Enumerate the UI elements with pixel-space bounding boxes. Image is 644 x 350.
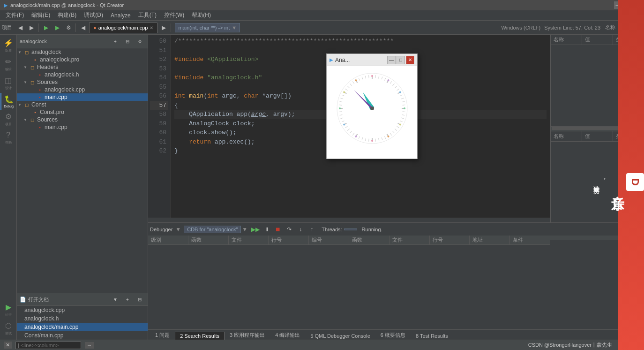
right-value-col: 值 — [582, 35, 614, 45]
line-56: 56 — [150, 91, 168, 101]
run-button[interactable]: ▶ — [41, 23, 51, 33]
col-level: 级别 — [148, 236, 188, 244]
tree-const-pro[interactable]: ▪ Const.pro — [17, 108, 148, 116]
line-54: 54 — [150, 73, 168, 83]
sidebar-item-project[interactable]: ⚙ 项目 — [0, 110, 16, 129]
threads-dropdown[interactable] — [344, 228, 357, 230]
menu-debug[interactable]: 调试(D) — [80, 10, 107, 20]
line-numbers: 50 51 52 53 54 55 56 57 58 59 60 61 — [148, 35, 171, 218]
tab-app-output[interactable]: 3 应用程序输出 — [225, 330, 270, 340]
line-57: 57 — [150, 101, 168, 110]
debug-run-button[interactable]: ▶ — [52, 23, 62, 33]
menu-build[interactable]: 构建(B) — [54, 10, 80, 20]
tab-overview[interactable]: 6 概要信息 — [375, 330, 411, 340]
menu-tools[interactable]: 工具(T) — [135, 10, 160, 20]
tree-headers-folder[interactable]: ▼ ◻ Headers — [17, 63, 148, 71]
search-input[interactable] — [15, 342, 81, 349]
build-button[interactable]: ⚙ — [63, 23, 74, 33]
debug-content: 级别 函数 文件 行号 编号 函数 文件 行号 地址 条件 — [148, 236, 644, 329]
sidebar-item-edit[interactable]: ✏ 编辑 — [0, 55, 16, 74]
statusbar: ✕ → CSDN @StrongerHangover丨蒙先生 — [0, 340, 644, 350]
code-line-comment: /***************************************… — [174, 37, 547, 46]
tree-const-main-cpp[interactable]: ▪ main.cpp — [17, 123, 148, 131]
open-docs-add-button[interactable]: + — [122, 294, 133, 304]
menu-controls[interactable]: 控件(W) — [160, 10, 188, 20]
col-file2: 文件 — [389, 236, 430, 244]
popup-minimize-button[interactable]: — — [387, 56, 396, 64]
sidebar-item-debug[interactable]: 🐛 Debug — [0, 93, 16, 110]
tree-const-sources-folder[interactable]: ▼ ◻ Sources — [17, 116, 148, 123]
open-docs-collapse-button[interactable]: ▼ — [110, 294, 120, 304]
tree-item-analogclock-cpp[interactable]: ▪ analogclock.cpp — [17, 86, 148, 93]
popup-controls: — □ ✕ — [387, 56, 414, 64]
menu-file[interactable]: 文件(F) — [2, 10, 28, 20]
search-go-button[interactable]: → — [85, 342, 94, 349]
sidebar-label-welcome: 欢迎 — [5, 48, 12, 53]
open-doc-analogclock-cpp[interactable]: analogclock.cpp — [17, 306, 148, 314]
const-arrow[interactable]: ▼ — [18, 103, 23, 107]
col-file: 文件 — [229, 236, 269, 244]
menu-help[interactable]: 帮助(H) — [188, 10, 215, 20]
prev-tab-button[interactable]: ◀ — [78, 23, 88, 33]
sidebar-item-debugrun[interactable]: ⬡ 调试 — [0, 320, 16, 338]
headers-arrow[interactable]: ▼ — [23, 65, 29, 69]
step-out-button[interactable]: ↑ — [307, 224, 317, 235]
const-folder-icon: ◻ — [23, 101, 30, 108]
tree-item-main-cpp[interactable]: ▪ main.cpp — [17, 93, 148, 101]
popup-window: ▶ Ana... — □ ✕ — [326, 53, 418, 159]
project-settings-button[interactable]: ⚙ — [135, 36, 145, 46]
popup-close-button[interactable]: ✕ — [406, 56, 414, 64]
tab-issues[interactable]: 1 问题 — [150, 330, 175, 340]
horizontal-scrollbar[interactable] — [148, 218, 550, 222]
open-doc-const-main-cpp[interactable]: Const/main.cpp — [17, 331, 148, 340]
open-doc-main-cpp[interactable]: analogclock/main.cpp — [17, 323, 148, 331]
tree-item-pro[interactable]: ▪ analogclock.pro — [17, 56, 148, 63]
pause-button[interactable]: ⏸ — [262, 224, 272, 235]
menu-edit[interactable]: 编辑(E) — [28, 10, 54, 20]
tree-sources-folder[interactable]: ▼ ◻ Sources — [17, 78, 148, 86]
sidebar-item-run[interactable]: ▶ 运行 — [0, 301, 16, 319]
popup-maximize-button[interactable]: □ — [397, 56, 405, 64]
next-tab-button[interactable]: ▶ — [158, 23, 169, 33]
open-doc-analogclock-h[interactable]: analogclock.h — [17, 314, 148, 323]
line-59: 59 — [150, 119, 168, 129]
search-clear-button[interactable]: ✕ — [4, 342, 12, 349]
step-over-button[interactable]: ↷ — [284, 224, 294, 235]
line-61: 61 — [150, 137, 168, 147]
const-sources-arrow[interactable]: ▼ — [23, 118, 29, 122]
sidebar-item-design[interactable]: ◫ 设计 — [0, 74, 16, 92]
col-func: 函数 — [188, 236, 229, 244]
close-tab-icon[interactable]: ✕ — [150, 25, 153, 30]
svg-point-62 — [371, 75, 373, 77]
file-tab[interactable]: ● analogclock/main.cpp ✕ — [89, 23, 157, 33]
tree-root[interactable]: ▼ ◻ analogclock — [17, 48, 148, 56]
code-editor[interactable]: 50 51 52 53 54 55 56 57 58 59 60 61 — [148, 35, 550, 222]
menu-analyze[interactable]: Analyze — [107, 11, 135, 20]
tab-qml-debugger[interactable]: 5 QML Debugger Console — [305, 332, 375, 340]
sidebar-label-project: 项目 — [5, 122, 12, 127]
nav-fwd-button[interactable]: ▶ — [26, 23, 37, 33]
step-in-button[interactable]: ↓ — [295, 224, 306, 235]
line-58: 58 — [150, 110, 168, 119]
debugger-toolbar: Debugger ▼ CDB for "analogclock" ▼ ▶▶ ⏸ … — [148, 222, 644, 236]
sidebar-item-welcome[interactable]: ⚡ 欢迎 — [0, 37, 16, 55]
toggle-tree-button[interactable]: ⊟ — [122, 36, 133, 46]
open-docs-settings-button[interactable]: ⊟ — [135, 294, 145, 304]
root-arrow[interactable]: ▼ — [18, 50, 23, 54]
stop-button[interactable]: ⏹ — [273, 224, 283, 235]
add-project-button[interactable]: + — [110, 36, 120, 46]
tree-const-folder[interactable]: ▼ ◻ Const — [17, 101, 148, 108]
tab-test-results[interactable]: 8 Test Results — [411, 332, 453, 340]
nav-back-button[interactable]: ◀ — [15, 23, 25, 33]
sidebar-label-design: 设计 — [5, 86, 12, 91]
sidebar-item-help[interactable]: ? 帮助 — [0, 129, 16, 147]
tab-compile-output[interactable]: 4 编译输出 — [270, 330, 305, 340]
cdb-dropdown-arrow[interactable]: ▼ — [242, 226, 247, 233]
tab-search-results[interactable]: 2 Search Results — [175, 332, 225, 340]
clock-svg — [332, 68, 412, 148]
tree-item-h[interactable]: ▪ analogclock.h — [17, 71, 148, 78]
sources-arrow[interactable]: ▼ — [23, 80, 29, 84]
function-breadcrumb[interactable]: main(int, char **) -> int ▼ — [175, 23, 240, 32]
continue-button[interactable]: ▶▶ — [250, 224, 261, 235]
debugger-dropdown-arrow[interactable]: ▼ — [175, 226, 181, 233]
